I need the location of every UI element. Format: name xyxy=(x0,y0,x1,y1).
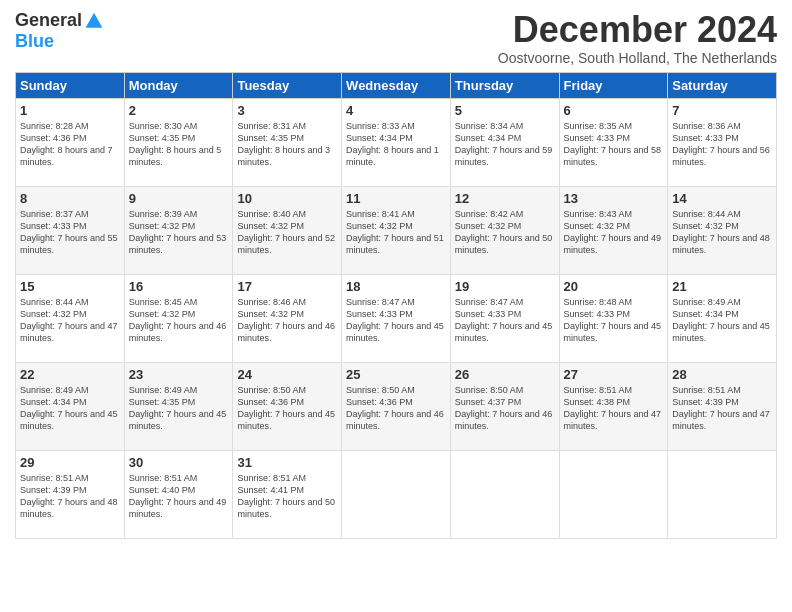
day-info: Sunrise: 8:47 AMSunset: 4:33 PMDaylight:… xyxy=(455,297,553,343)
day-info: Sunrise: 8:48 AMSunset: 4:33 PMDaylight:… xyxy=(564,297,662,343)
day-info: Sunrise: 8:51 AMSunset: 4:38 PMDaylight:… xyxy=(564,385,662,431)
day-number: 13 xyxy=(564,191,664,206)
logo-general-text: General xyxy=(15,10,82,31)
calendar-cell xyxy=(342,450,451,538)
calendar-cell: 23 Sunrise: 8:49 AMSunset: 4:35 PMDaylig… xyxy=(124,362,233,450)
day-number: 25 xyxy=(346,367,446,382)
day-info: Sunrise: 8:28 AMSunset: 4:36 PMDaylight:… xyxy=(20,121,113,167)
day-info: Sunrise: 8:50 AMSunset: 4:36 PMDaylight:… xyxy=(237,385,335,431)
day-number: 31 xyxy=(237,455,337,470)
day-info: Sunrise: 8:42 AMSunset: 4:32 PMDaylight:… xyxy=(455,209,553,255)
calendar-header-row: Sunday Monday Tuesday Wednesday Thursday… xyxy=(16,72,777,98)
day-number: 21 xyxy=(672,279,772,294)
day-number: 18 xyxy=(346,279,446,294)
calendar-cell: 16 Sunrise: 8:45 AMSunset: 4:32 PMDaylig… xyxy=(124,274,233,362)
calendar-cell xyxy=(450,450,559,538)
day-info: Sunrise: 8:50 AMSunset: 4:37 PMDaylight:… xyxy=(455,385,553,431)
day-number: 1 xyxy=(20,103,120,118)
day-number: 8 xyxy=(20,191,120,206)
calendar-cell: 30 Sunrise: 8:51 AMSunset: 4:40 PMDaylig… xyxy=(124,450,233,538)
header: General Blue December 2024 Oostvoorne, S… xyxy=(15,10,777,66)
week-row-3: 15 Sunrise: 8:44 AMSunset: 4:32 PMDaylig… xyxy=(16,274,777,362)
calendar-cell: 1 Sunrise: 8:28 AMSunset: 4:36 PMDayligh… xyxy=(16,98,125,186)
calendar-cell: 19 Sunrise: 8:47 AMSunset: 4:33 PMDaylig… xyxy=(450,274,559,362)
header-tuesday: Tuesday xyxy=(233,72,342,98)
calendar-cell: 17 Sunrise: 8:46 AMSunset: 4:32 PMDaylig… xyxy=(233,274,342,362)
day-number: 16 xyxy=(129,279,229,294)
header-sunday: Sunday xyxy=(16,72,125,98)
week-row-5: 29 Sunrise: 8:51 AMSunset: 4:39 PMDaylig… xyxy=(16,450,777,538)
day-info: Sunrise: 8:51 AMSunset: 4:39 PMDaylight:… xyxy=(672,385,770,431)
header-thursday: Thursday xyxy=(450,72,559,98)
calendar-cell: 13 Sunrise: 8:43 AMSunset: 4:32 PMDaylig… xyxy=(559,186,668,274)
day-number: 2 xyxy=(129,103,229,118)
day-number: 22 xyxy=(20,367,120,382)
calendar-cell: 8 Sunrise: 8:37 AMSunset: 4:33 PMDayligh… xyxy=(16,186,125,274)
day-info: Sunrise: 8:34 AMSunset: 4:34 PMDaylight:… xyxy=(455,121,553,167)
calendar-cell: 15 Sunrise: 8:44 AMSunset: 4:32 PMDaylig… xyxy=(16,274,125,362)
day-number: 5 xyxy=(455,103,555,118)
day-info: Sunrise: 8:46 AMSunset: 4:32 PMDaylight:… xyxy=(237,297,335,343)
day-info: Sunrise: 8:31 AMSunset: 4:35 PMDaylight:… xyxy=(237,121,330,167)
calendar-cell: 28 Sunrise: 8:51 AMSunset: 4:39 PMDaylig… xyxy=(668,362,777,450)
day-info: Sunrise: 8:30 AMSunset: 4:35 PMDaylight:… xyxy=(129,121,222,167)
calendar-cell: 29 Sunrise: 8:51 AMSunset: 4:39 PMDaylig… xyxy=(16,450,125,538)
logo: General Blue xyxy=(15,10,104,52)
day-number: 17 xyxy=(237,279,337,294)
day-info: Sunrise: 8:49 AMSunset: 4:34 PMDaylight:… xyxy=(672,297,770,343)
day-number: 9 xyxy=(129,191,229,206)
header-monday: Monday xyxy=(124,72,233,98)
day-info: Sunrise: 8:33 AMSunset: 4:34 PMDaylight:… xyxy=(346,121,439,167)
day-info: Sunrise: 8:41 AMSunset: 4:32 PMDaylight:… xyxy=(346,209,444,255)
calendar-cell: 12 Sunrise: 8:42 AMSunset: 4:32 PMDaylig… xyxy=(450,186,559,274)
day-info: Sunrise: 8:51 AMSunset: 4:40 PMDaylight:… xyxy=(129,473,227,519)
day-info: Sunrise: 8:39 AMSunset: 4:32 PMDaylight:… xyxy=(129,209,227,255)
day-number: 30 xyxy=(129,455,229,470)
week-row-1: 1 Sunrise: 8:28 AMSunset: 4:36 PMDayligh… xyxy=(16,98,777,186)
day-info: Sunrise: 8:47 AMSunset: 4:33 PMDaylight:… xyxy=(346,297,444,343)
page: General Blue December 2024 Oostvoorne, S… xyxy=(0,0,792,612)
svg-marker-0 xyxy=(86,12,103,27)
header-wednesday: Wednesday xyxy=(342,72,451,98)
calendar-cell: 21 Sunrise: 8:49 AMSunset: 4:34 PMDaylig… xyxy=(668,274,777,362)
calendar-cell: 11 Sunrise: 8:41 AMSunset: 4:32 PMDaylig… xyxy=(342,186,451,274)
calendar-cell: 14 Sunrise: 8:44 AMSunset: 4:32 PMDaylig… xyxy=(668,186,777,274)
calendar-cell: 3 Sunrise: 8:31 AMSunset: 4:35 PMDayligh… xyxy=(233,98,342,186)
month-title: December 2024 xyxy=(498,10,777,50)
day-number: 10 xyxy=(237,191,337,206)
calendar-cell: 10 Sunrise: 8:40 AMSunset: 4:32 PMDaylig… xyxy=(233,186,342,274)
calendar-cell xyxy=(668,450,777,538)
calendar-cell: 20 Sunrise: 8:48 AMSunset: 4:33 PMDaylig… xyxy=(559,274,668,362)
logo-icon xyxy=(84,11,104,31)
title-section: December 2024 Oostvoorne, South Holland,… xyxy=(498,10,777,66)
day-number: 11 xyxy=(346,191,446,206)
day-number: 26 xyxy=(455,367,555,382)
day-info: Sunrise: 8:44 AMSunset: 4:32 PMDaylight:… xyxy=(672,209,770,255)
day-number: 27 xyxy=(564,367,664,382)
logo-blue-text: Blue xyxy=(15,31,54,52)
calendar-cell: 18 Sunrise: 8:47 AMSunset: 4:33 PMDaylig… xyxy=(342,274,451,362)
day-number: 6 xyxy=(564,103,664,118)
day-info: Sunrise: 8:50 AMSunset: 4:36 PMDaylight:… xyxy=(346,385,444,431)
day-info: Sunrise: 8:45 AMSunset: 4:32 PMDaylight:… xyxy=(129,297,227,343)
day-info: Sunrise: 8:37 AMSunset: 4:33 PMDaylight:… xyxy=(20,209,118,255)
day-number: 4 xyxy=(346,103,446,118)
day-number: 19 xyxy=(455,279,555,294)
day-info: Sunrise: 8:49 AMSunset: 4:35 PMDaylight:… xyxy=(129,385,227,431)
header-saturday: Saturday xyxy=(668,72,777,98)
day-info: Sunrise: 8:49 AMSunset: 4:34 PMDaylight:… xyxy=(20,385,118,431)
day-number: 14 xyxy=(672,191,772,206)
calendar-cell: 9 Sunrise: 8:39 AMSunset: 4:32 PMDayligh… xyxy=(124,186,233,274)
calendar-cell: 31 Sunrise: 8:51 AMSunset: 4:41 PMDaylig… xyxy=(233,450,342,538)
header-friday: Friday xyxy=(559,72,668,98)
day-number: 7 xyxy=(672,103,772,118)
day-info: Sunrise: 8:51 AMSunset: 4:39 PMDaylight:… xyxy=(20,473,118,519)
calendar-cell: 5 Sunrise: 8:34 AMSunset: 4:34 PMDayligh… xyxy=(450,98,559,186)
calendar-cell: 24 Sunrise: 8:50 AMSunset: 4:36 PMDaylig… xyxy=(233,362,342,450)
day-number: 24 xyxy=(237,367,337,382)
day-number: 23 xyxy=(129,367,229,382)
calendar-cell xyxy=(559,450,668,538)
day-info: Sunrise: 8:43 AMSunset: 4:32 PMDaylight:… xyxy=(564,209,662,255)
day-number: 28 xyxy=(672,367,772,382)
day-number: 3 xyxy=(237,103,337,118)
